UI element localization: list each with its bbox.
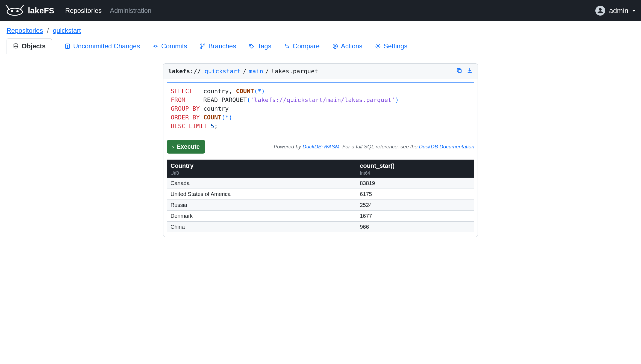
tab-objects-label: Objects — [22, 42, 46, 50]
branch-icon — [200, 43, 206, 49]
tab-commits-label: Commits — [161, 42, 187, 50]
compare-icon — [284, 43, 290, 49]
breadcrumb: Repositories / quickstart — [0, 21, 641, 38]
username: admin — [609, 7, 628, 15]
result-table: Country Utf8 count_star() Int64 Canada83… — [167, 160, 474, 232]
svg-point-2 — [17, 10, 18, 12]
brand[interactable]: lakeFS — [5, 4, 54, 17]
svg-point-7 — [204, 44, 205, 45]
brand-name: lakeFS — [28, 6, 54, 15]
svg-point-9 — [250, 45, 251, 45]
breadcrumb-repositories[interactable]: Repositories — [7, 27, 43, 34]
duckdb-wasm-link[interactable]: DuckDB-WASM — [302, 144, 339, 149]
play-circle-icon — [332, 43, 338, 49]
table-row: China966 — [167, 222, 474, 233]
svg-point-6 — [201, 44, 202, 45]
nav-administration[interactable]: Administration — [110, 7, 151, 14]
tab-actions[interactable]: Actions — [332, 39, 363, 54]
execute-row: › Execute Powered by DuckDB-WASM. For a … — [163, 137, 478, 160]
svg-rect-12 — [458, 69, 461, 72]
sql-editor[interactable]: SELECT country, COUNT(*) FROM READ_PARQU… — [167, 82, 474, 135]
chevron-right-icon: › — [172, 144, 174, 150]
col-header-country: Country Utf8 — [167, 160, 356, 178]
download-icon[interactable] — [467, 67, 473, 75]
tab-compare-label: Compare — [293, 42, 320, 50]
user-menu[interactable]: admin — [595, 6, 636, 16]
main-panel: lakefs:// quickstart / main / lakes.parq… — [163, 63, 478, 237]
tab-settings[interactable]: Settings — [375, 39, 407, 54]
execute-button[interactable]: › Execute — [167, 140, 205, 154]
powered-text: Powered by DuckDB-WASM. For a full SQL r… — [274, 144, 474, 150]
gear-icon — [375, 43, 381, 49]
database-icon — [13, 43, 19, 49]
tab-tags-label: Tags — [257, 42, 271, 50]
breadcrumb-sep: / — [47, 27, 49, 34]
path-repo[interactable]: quickstart — [204, 68, 240, 75]
copy-icon[interactable] — [456, 67, 462, 75]
execute-label: Execute — [177, 143, 200, 150]
tab-compare[interactable]: Compare — [284, 39, 320, 54]
duckdb-docs-link[interactable]: DuckDB Documentation — [419, 144, 474, 149]
nav-repositories[interactable]: Repositories — [65, 7, 102, 14]
path-scheme: lakefs:// — [168, 68, 201, 75]
tab-tags[interactable]: Tags — [249, 39, 271, 54]
chevron-down-icon — [632, 10, 636, 12]
nav-links: Repositories Administration — [65, 7, 151, 14]
tab-branches-label: Branches — [208, 42, 236, 50]
svg-point-1 — [11, 10, 13, 12]
path-branch[interactable]: main — [249, 68, 263, 75]
table-row: Canada83819 — [167, 178, 474, 189]
tabs: Objects Uncommitted Changes Commits Bran… — [0, 38, 641, 54]
lakefs-logo-icon — [5, 4, 24, 17]
table-row: Russia2524 — [167, 200, 474, 211]
svg-point-5 — [154, 45, 156, 47]
avatar — [595, 6, 605, 16]
svg-point-3 — [14, 44, 18, 45]
tab-settings-label: Settings — [384, 42, 407, 50]
svg-point-10 — [333, 44, 337, 48]
col-header-count: count_star() Int64 — [356, 160, 475, 178]
table-row: United States of America6175 — [167, 189, 474, 200]
tab-actions-label: Actions — [341, 42, 363, 50]
commit-icon — [152, 43, 158, 49]
breadcrumb-repo[interactable]: quickstart — [53, 27, 81, 34]
tab-uncommitted[interactable]: Uncommitted Changes — [64, 39, 140, 54]
navbar: lakeFS Repositories Administration admin — [0, 0, 641, 21]
tab-commits[interactable]: Commits — [152, 39, 187, 54]
svg-point-8 — [201, 47, 202, 49]
tab-branches[interactable]: Branches — [200, 39, 236, 54]
tab-uncommitted-label: Uncommitted Changes — [73, 42, 140, 50]
tab-objects[interactable]: Objects — [7, 38, 52, 54]
tag-icon — [249, 43, 255, 49]
path-file: lakes.parquet — [271, 68, 318, 75]
diff-icon — [64, 43, 70, 49]
path-actions — [456, 67, 473, 75]
object-path: lakefs:// quickstart / main / lakes.parq… — [163, 64, 478, 79]
table-row: Denmark1677 — [167, 211, 474, 222]
svg-point-11 — [377, 45, 379, 47]
